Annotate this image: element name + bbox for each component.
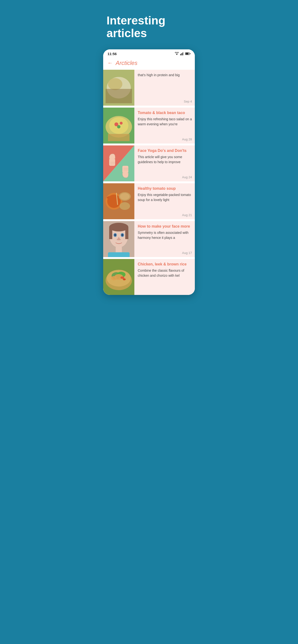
- svg-point-30: [107, 194, 121, 208]
- article-excerpt: Enjoy this vegetable-packed tomato soup …: [138, 192, 192, 202]
- article-thumbnail: [103, 259, 134, 295]
- article-excerpt: that's high in protein and big: [138, 72, 192, 78]
- article-date: Aug 24: [138, 176, 192, 179]
- article-thumbnail: [103, 70, 134, 106]
- article-excerpt: Enjoy this refreshing taco salad on a wa…: [138, 117, 192, 126]
- svg-point-32: [120, 193, 129, 200]
- svg-point-40: [121, 234, 123, 236]
- battery-icon: [185, 52, 191, 55]
- svg-point-17: [117, 125, 120, 128]
- status-bar: 11:56: [103, 49, 195, 57]
- svg-point-16: [120, 122, 123, 124]
- article-thumbnail: [103, 108, 134, 144]
- article-title: Chicken, leek & brown rice: [138, 262, 192, 267]
- svg-rect-1: [180, 54, 181, 55]
- article-content: Tomato & black bean taco Enjoy this refr…: [134, 108, 195, 144]
- list-item[interactable]: that's high in protein and big Sep 4: [103, 70, 195, 106]
- phone-frame: 11:56: [103, 49, 195, 295]
- outer-wrapper: Interesting articles 11:56: [99, 0, 199, 644]
- article-title: Face Yoga Do's and Don'ts: [138, 148, 192, 153]
- list-item[interactable]: Healthy tomato soup Enjoy this vegetable…: [103, 183, 195, 219]
- svg-point-54: [123, 278, 126, 280]
- status-time: 11:56: [107, 52, 117, 56]
- app-bar-title: Arcticles: [116, 60, 137, 66]
- list-item[interactable]: Chicken, leek & brown rice Combine the c…: [103, 259, 195, 295]
- article-excerpt: This article will give you some guidelin…: [138, 154, 192, 164]
- articles-list: that's high in protein and big Sep 4: [103, 70, 195, 295]
- article-excerpt: Combine the classic flavours of chicken …: [138, 268, 192, 278]
- signal-icon: [180, 52, 184, 55]
- status-icons: [175, 52, 191, 55]
- article-title: Tomato & black bean taco: [138, 110, 192, 116]
- article-date: Aug 28: [138, 138, 192, 141]
- page-header: Interesting articles: [99, 0, 199, 49]
- svg-rect-42: [109, 227, 112, 239]
- svg-rect-7: [190, 53, 191, 54]
- article-thumbnail: [103, 146, 134, 181]
- article-title: Healthy tomato soup: [138, 186, 192, 191]
- article-content: How to make your face more Symmetry is o…: [134, 221, 195, 257]
- article-date: Sep 4: [138, 100, 192, 103]
- page-title: Interesting articles: [106, 14, 192, 40]
- article-content: that's high in protein and big Sep 4: [134, 70, 195, 106]
- svg-rect-3: [182, 52, 183, 55]
- list-item[interactable]: How to make your face more Symmetry is o…: [103, 221, 195, 257]
- svg-rect-11: [106, 89, 132, 103]
- list-item[interactable]: Face Yoga Do's and Don'ts This article w…: [103, 146, 195, 181]
- svg-rect-24: [122, 166, 128, 173]
- article-date: Aug 21: [138, 213, 192, 217]
- svg-rect-4: [184, 52, 184, 55]
- svg-rect-18: [108, 134, 129, 141]
- article-thumbnail: [103, 221, 134, 257]
- svg-point-39: [114, 234, 116, 236]
- article-date: Aug 17: [138, 251, 192, 255]
- svg-rect-43: [125, 227, 128, 239]
- article-thumbnail: [103, 183, 134, 219]
- list-item[interactable]: Tomato & black bean taco Enjoy this refr…: [103, 108, 195, 144]
- svg-rect-2: [181, 53, 182, 55]
- article-content: Chicken, leek & brown rice Combine the c…: [134, 259, 195, 295]
- article-content: Healthy tomato soup Enjoy this vegetable…: [134, 183, 195, 219]
- article-content: Face Yoga Do's and Don'ts This article w…: [134, 146, 195, 181]
- svg-point-33: [119, 202, 130, 210]
- svg-rect-45: [108, 252, 129, 257]
- wifi-icon: [175, 52, 179, 55]
- app-bar: ← Arcticles: [103, 57, 195, 70]
- article-title: How to make your face more: [138, 224, 192, 229]
- svg-point-52: [111, 276, 117, 280]
- svg-point-10: [108, 78, 122, 90]
- svg-marker-0: [176, 54, 178, 55]
- svg-rect-6: [186, 53, 189, 54]
- article-excerpt: Symmetry is often associated with harmon…: [138, 230, 192, 240]
- back-button[interactable]: ←: [107, 60, 113, 66]
